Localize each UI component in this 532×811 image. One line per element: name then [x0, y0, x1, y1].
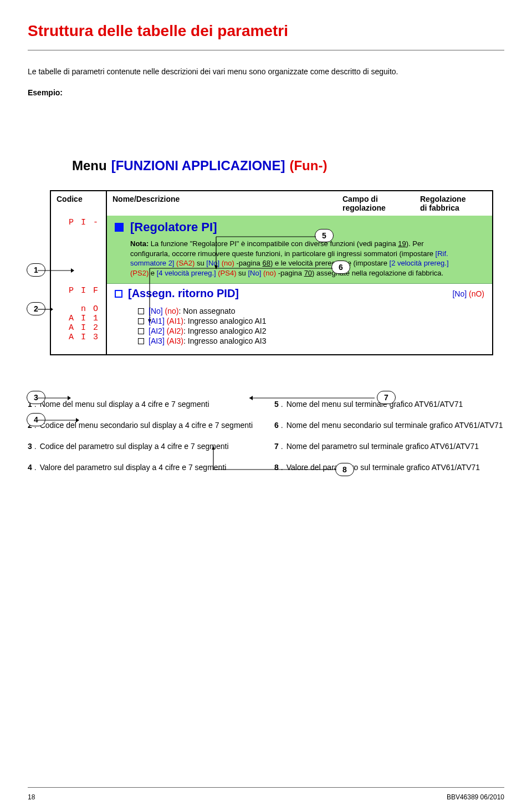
code-options-col: n O A I 1 A I 2 A I 3	[51, 303, 106, 354]
callout-1: 1	[27, 263, 45, 277]
arrow-7-to-paramname	[249, 397, 378, 399]
callout-4: 4	[27, 413, 45, 426]
param-options: [No] (no): Non assegnato [AI1] (AI1): In…	[107, 303, 492, 354]
page-title: Struttura delle tabelle dei parametri	[28, 22, 504, 40]
page-footer: 18 BBV46389 06/2010	[28, 787, 504, 801]
bullet-solid-icon	[115, 223, 124, 232]
menu-code: (Fun-)	[289, 158, 327, 174]
param-assegn-row: [Assegn. ritorno PID]	[107, 284, 415, 303]
callout-5: 5	[315, 229, 334, 242]
menu-name: [FUNZIONI APPLICAZIONE]	[111, 158, 285, 174]
page-number: 18	[28, 793, 35, 801]
regulator-pi-box: [Regolatore PI] Nota: La funzione "Regol…	[107, 216, 492, 284]
header-codice: Codice	[51, 191, 106, 216]
intro-paragraph: Le tabelle di parametri contenute nelle …	[28, 67, 504, 76]
bullet-outline-icon	[115, 290, 122, 298]
legend-item-3: 3.Codice del parametro sul display a 4 c…	[28, 442, 258, 451]
parameter-table: Codice Nome/Descrizione Campo diregolazi…	[50, 190, 493, 355]
title-rule	[28, 50, 504, 50]
legend-item-2: 2.Codice del menu secondario sul display…	[28, 421, 258, 430]
legend-item-6: 6.Nome del menu secondario sul terminale…	[274, 421, 504, 430]
callout-7: 7	[377, 391, 396, 404]
legend-item-1: 1.Nome del menu sul display a 4 cifre e …	[28, 400, 258, 409]
doc-number: BBV46389 06/2010	[447, 793, 504, 801]
legend-list: 1.Nome del menu sul display a 4 cifre e …	[28, 400, 504, 472]
header-campo: Campo diregolazione	[337, 191, 415, 216]
code-pif: P I F	[51, 284, 106, 303]
example-label: Esempio:	[28, 88, 504, 97]
legend-item-7: 7.Nome del parametro sul terminale grafi…	[274, 442, 504, 451]
example-diagram: 1 2 3 4 5 6 7 8 Menu [FUNZIONI APPLICAZI…	[28, 119, 504, 355]
legend-item-8: 8.Valore del parametro sul terminale gra…	[274, 463, 504, 472]
param-assegn-name: [Assegn. ritorno PID]	[128, 287, 239, 300]
header-nome: Nome/Descrizione	[106, 191, 337, 216]
code-pi-menu: P I -	[51, 216, 106, 284]
menu-title-row: Menu [FUNZIONI APPLICAZIONE] (Fun-)	[72, 158, 504, 174]
callout-6: 6	[331, 261, 350, 274]
regulator-pi-title: [Regolatore PI]	[130, 220, 217, 234]
callout-2: 2	[27, 302, 45, 315]
factory-default-value: [No] (nO)	[452, 289, 492, 298]
callout-3: 3	[27, 391, 45, 404]
regulator-pi-note: Nota: La funzione "Regolatore PI" è inco…	[130, 239, 484, 278]
menu-label: Menu	[72, 158, 107, 174]
callout-8: 8	[335, 463, 354, 476]
legend-item-4: 4.Valore del parametro sul display a 4 c…	[28, 463, 258, 472]
header-regolazione: Regolazionedi fabbrica	[415, 191, 492, 216]
